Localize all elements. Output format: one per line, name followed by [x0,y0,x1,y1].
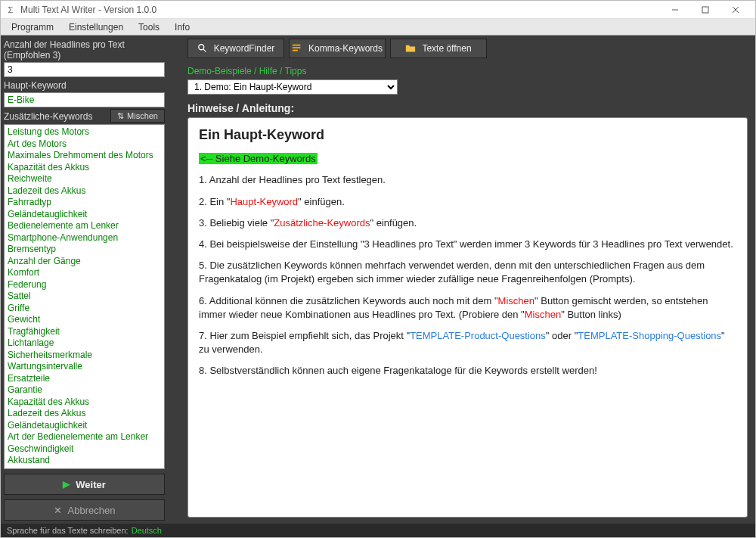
list-item[interactable]: Art des Motors [8,138,161,151]
list-item[interactable]: Akkustand [8,455,161,467]
list-item[interactable]: Sicherheitsmerkmale [8,350,161,362]
list-item[interactable]: Geländetauglichkeit [8,420,161,432]
list-item[interactable]: Federung [8,279,161,291]
step-3: 3. Beliebig viele "Zusätzliche-Keywords"… [199,216,736,230]
svg-rect-8 [293,50,298,51]
list-item[interactable]: Gewicht [8,314,161,326]
title-bar: Σ Multi Text AI Writer - Version 1.0.0 [1,1,755,19]
texte-oeffnen-button[interactable]: Texte öffnen [390,39,487,58]
toolbar: KeywordFinder Komma-Keywords Texte öffne… [187,39,748,58]
step-5: 5. Die zusätzlichen Keywords können mehr… [199,259,736,286]
list-item[interactable]: Maximales Drehmoment des Motors [8,150,161,162]
weiter-button[interactable]: ▶ Weiter [4,474,165,495]
shuffle-icon: ⇅ [117,111,124,121]
list-item[interactable]: Sattel [8,291,161,303]
list-item[interactable]: Smartphone-Anwendungen [8,232,161,244]
maximize-button[interactable] [690,1,720,19]
extra-keywords-label: Zusätzliche-Keywords [4,111,92,122]
cancel-icon: ✕ [54,505,62,516]
list-item[interactable]: Komfort [8,267,161,279]
list-item[interactable]: Reichweite [8,173,161,185]
weiter-label: Weiter [76,479,106,490]
minimize-button[interactable] [660,1,690,19]
app-icon: Σ [5,5,16,15]
mix-button[interactable]: ⇅ Mischen [110,109,165,123]
list-item[interactable]: Wartungsintervalle [8,361,161,373]
status-bar: Sprache für das Texte schreiben: Deutsch [1,524,755,537]
menu-programm[interactable]: Programm [4,20,61,34]
status-label: Sprache für das Texte schreiben: [7,526,129,535]
content-area: KeywordFinder Komma-Keywords Texte öffne… [168,36,755,524]
list-item[interactable]: Geländetauglichkeit [8,209,161,221]
play-icon: ▶ [63,479,70,490]
demo-highlight: <-- Siehe Demo-Keywords [199,153,318,164]
menu-info[interactable]: Info [167,20,197,34]
texte-label: Texte öffnen [422,43,471,54]
list-item[interactable]: Bedienelemente am Lenker [8,220,161,232]
step-6: 6. Additional können die zusätzlichen Ke… [199,294,736,322]
keywordfinder-label: KeywordFinder [214,43,275,54]
abbrechen-button[interactable]: ✕ Abbrechen [4,499,165,521]
search-icon [197,43,208,54]
komma-keywords-button[interactable]: Komma-Keywords [289,39,386,58]
svg-rect-7 [293,47,301,48]
komma-label: Komma-Keywords [308,43,383,54]
list-item[interactable]: Griffe [8,303,161,315]
headlines-label: Anzahl der Headlines pro Text (Empfohlen… [4,39,165,61]
headlines-input[interactable] [4,62,165,77]
menu-bar: Programm Einstellungen Tools Info [1,19,755,36]
list-item[interactable]: Geschwindigkeit [8,443,161,456]
list-icon [292,43,302,54]
list-item[interactable]: Lichtanlage [8,337,161,350]
list-item[interactable]: Fahrradtyp [8,197,161,209]
list-item[interactable]: Ersatzteile [8,373,161,385]
sidebar: Anzahl der Headlines pro Text (Empfohlen… [1,36,168,524]
main-keyword-label: Haupt-Keyword [4,80,165,91]
list-item[interactable]: Bremsentyp [8,244,161,256]
list-item[interactable]: Leistung des Motors [8,126,161,138]
list-item[interactable]: Tragfähigkeit [8,326,161,338]
svg-rect-6 [293,45,301,46]
list-item[interactable]: Kapazität des Akkus [8,397,161,409]
folder-icon [405,43,416,54]
list-item[interactable]: Kapazität des Akkus [8,162,161,174]
keywords-list[interactable]: Leistung des MotorsArt des MotorsMaximal… [4,124,165,469]
demo-select[interactable]: 1. Demo: Ein Haupt-Keyword [187,79,398,95]
list-item[interactable]: Unterstützungsstufen [8,467,161,470]
hints-heading: Hinweise / Anleitung: [187,102,748,114]
status-language[interactable]: Deutsch [132,526,162,535]
step-4: 4. Bei beispielsweise der Einstellung "3… [199,238,736,251]
instructions-panel: Ein Haupt-Keyword <-- Siehe Demo-Keyword… [187,117,748,518]
step-7: 7. Hier zum Beispiel empfiehlt sich, das… [199,329,736,356]
keywordfinder-button[interactable]: KeywordFinder [187,39,284,58]
svg-point-4 [198,45,203,50]
mix-button-label: Mischen [127,111,158,120]
list-item[interactable]: Anzahl der Gänge [8,256,161,268]
menu-einstellungen[interactable]: Einstellungen [61,20,131,34]
list-item[interactable]: Art der Bedienelemente am Lenker [8,431,161,443]
panel-title: Ein Haupt-Keyword [199,126,736,145]
list-item[interactable]: Garantie [8,384,161,397]
svg-line-5 [203,49,206,52]
list-item[interactable]: Ladezeit des Akkus [8,185,161,197]
abbrechen-label: Abbrechen [68,505,116,516]
svg-rect-1 [702,7,708,13]
list-item[interactable]: Ladezeit des Akkus [8,408,161,420]
step-1: 1. Anzahl der Headlines pro Text festleg… [199,173,736,187]
close-button[interactable] [720,1,751,19]
main-keyword-input[interactable] [4,92,165,107]
step-2: 2. Ein "Haupt-Keyword" einfügen. [199,195,736,209]
demo-help-link[interactable]: Demo-Beispiele / Hilfe / Tipps [187,66,748,76]
step-8: 8. Selbstverständlich können auch eigene… [199,364,736,378]
window-title: Multi Text AI Writer - Version 1.0.0 [20,5,156,15]
menu-tools[interactable]: Tools [131,20,167,34]
main-area: Anzahl der Headlines pro Text (Empfohlen… [1,36,755,524]
